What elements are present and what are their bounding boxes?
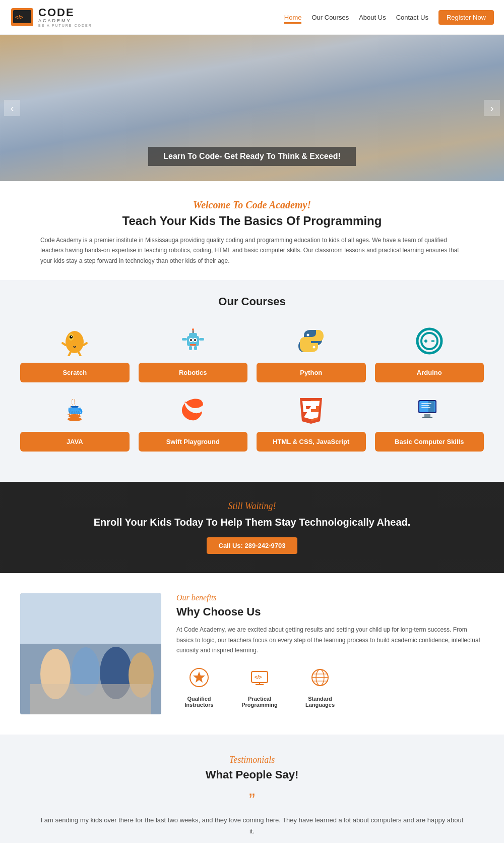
courses-grid-row1: Scratch	[20, 323, 484, 382]
brand-academy: ACADEMY	[38, 19, 92, 24]
benefits-image	[20, 593, 161, 714]
course-computer: Basic Computer Skills	[375, 392, 484, 452]
nav-register[interactable]: Register Now	[438, 13, 494, 22]
nav-contact-link[interactable]: Contact Us	[396, 14, 428, 21]
languages-icon	[310, 667, 330, 692]
svg-line-8	[62, 343, 66, 345]
swift-button[interactable]: Swift Playground	[139, 432, 248, 452]
logo: </> CODE ACADEMY BE A FUTURE CODER	[10, 5, 92, 29]
nav-home[interactable]: Home	[284, 13, 302, 22]
testimonials-section: Testimonials What People Say! ” I am sen…	[0, 735, 504, 843]
benefits-orange-title: Our benefits	[176, 593, 484, 602]
course-arduino: Arduino	[375, 323, 484, 382]
welcome-orange-title: Welcome To Code Academy!	[40, 199, 464, 211]
cta-banner: Still Waiting! Enroll Your Kids Today To…	[0, 482, 504, 573]
hero-prev-button[interactable]: ‹	[4, 100, 20, 116]
svg-marker-55	[193, 671, 205, 683]
cta-main-text: Enroll Your Kids Today To Help Them Stay…	[10, 517, 494, 528]
course-scratch: Scratch	[20, 323, 130, 382]
svg-rect-24	[194, 346, 197, 350]
swift-icon	[175, 392, 211, 428]
benefits-icons: Qualified Instructors </> Practical Prog…	[176, 667, 484, 708]
register-button[interactable]: Register Now	[438, 10, 494, 25]
benefits-section: Our benefits Why Choose Us At Code Acade…	[0, 573, 504, 735]
html-button[interactable]: HTML & CSS, JavaScript	[257, 432, 366, 452]
svg-line-11	[79, 352, 81, 356]
python-icon	[293, 323, 329, 359]
svg-text:</>: </>	[255, 675, 262, 680]
instructors-label: Qualified Instructors	[176, 696, 222, 708]
nav-about[interactable]: About Us	[359, 13, 386, 22]
svg-rect-42	[422, 417, 432, 418]
svg-point-6	[70, 335, 73, 339]
svg-line-10	[69, 352, 71, 356]
testimonials-title: What People Say!	[40, 768, 464, 781]
nav-contact[interactable]: Contact Us	[396, 13, 428, 22]
benefit-languages: Standard Languages	[297, 667, 343, 708]
nav-links: Home Our Courses About Us Contact Us Reg…	[284, 13, 494, 22]
robotics-icon	[175, 323, 211, 359]
svg-rect-45	[421, 405, 429, 406]
courses-section: Our Courses Scratch	[0, 280, 504, 482]
hero-next-button[interactable]: ›	[484, 100, 500, 116]
course-html: HTML & CSS, JavaScript	[257, 392, 366, 452]
computer-icon	[412, 392, 447, 428]
svg-rect-46	[421, 407, 430, 408]
course-java: JAVA JAVA	[20, 392, 130, 452]
robotics-button[interactable]: Robotics	[139, 363, 248, 382]
svg-point-7	[71, 336, 72, 337]
html-icon	[293, 392, 329, 428]
svg-point-25	[307, 334, 309, 336]
brand-code: CODE	[38, 7, 92, 19]
course-robotics: Robotics	[139, 323, 248, 382]
welcome-section: Welcome To Code Academy! Teach Your Kids…	[0, 181, 504, 280]
svg-rect-53	[30, 684, 151, 714]
languages-label: Standard Languages	[297, 696, 343, 708]
nav-courses-link[interactable]: Our Courses	[311, 14, 349, 21]
nav-home-link[interactable]: Home	[284, 14, 302, 24]
welcome-main-title: Teach Your Kids The Basics Of Programmin…	[40, 214, 464, 228]
java-icon: JAVA	[57, 392, 92, 428]
svg-rect-22	[199, 338, 204, 341]
testimonials-orange-title: Testimonials	[40, 755, 464, 765]
svg-rect-18	[190, 344, 196, 346]
benefit-programming: </> Practical Programming	[237, 667, 282, 708]
svg-point-26	[313, 346, 316, 349]
course-swift: Swift Playground	[139, 392, 248, 452]
courses-grid-row2: JAVA JAVA Swift Playground	[20, 392, 484, 452]
svg-point-20	[192, 328, 194, 330]
nav-about-link[interactable]: About Us	[359, 14, 386, 21]
logo-icon: </>	[10, 5, 34, 29]
svg-rect-13	[189, 333, 197, 337]
svg-point-3	[66, 331, 84, 353]
navbar: </> CODE ACADEMY BE A FUTURE CODER Home …	[0, 0, 504, 35]
course-python: Python	[257, 323, 366, 382]
svg-text:</>: </>	[15, 14, 23, 20]
svg-point-17	[194, 339, 196, 341]
scratch-button[interactable]: Scratch	[20, 363, 130, 382]
instructors-icon	[189, 667, 209, 692]
svg-point-33	[68, 417, 82, 421]
arduino-button[interactable]: Arduino	[375, 363, 484, 382]
svg-rect-21	[182, 338, 187, 341]
svg-rect-44	[421, 403, 431, 404]
quote-mark: ”	[40, 792, 464, 810]
benefits-description: At Code Academy, we are excited about ge…	[176, 625, 484, 655]
nav-courses[interactable]: Our Courses	[311, 13, 349, 22]
cta-still-waiting: Still Waiting!	[10, 501, 494, 512]
arduino-icon	[412, 323, 447, 359]
computer-button[interactable]: Basic Computer Skills	[375, 432, 484, 452]
svg-point-28	[421, 333, 437, 349]
hero-caption: Learn To Code- Get Ready To Think & Exce…	[148, 147, 355, 166]
scratch-icon	[57, 323, 92, 359]
svg-rect-43	[428, 400, 434, 413]
hero-section: ‹ › Learn To Code- Get Ready To Think & …	[0, 35, 504, 181]
courses-title: Our Courses	[20, 295, 484, 308]
cta-call-button[interactable]: Call Us: 289-242-9703	[207, 537, 298, 554]
programming-icon: </>	[249, 667, 270, 692]
logo-text: CODE ACADEMY BE A FUTURE CODER	[38, 7, 92, 28]
python-button[interactable]: Python	[257, 363, 366, 382]
java-button[interactable]: JAVA	[20, 432, 130, 452]
benefit-instructors: Qualified Instructors	[176, 667, 222, 708]
svg-line-9	[84, 343, 87, 345]
